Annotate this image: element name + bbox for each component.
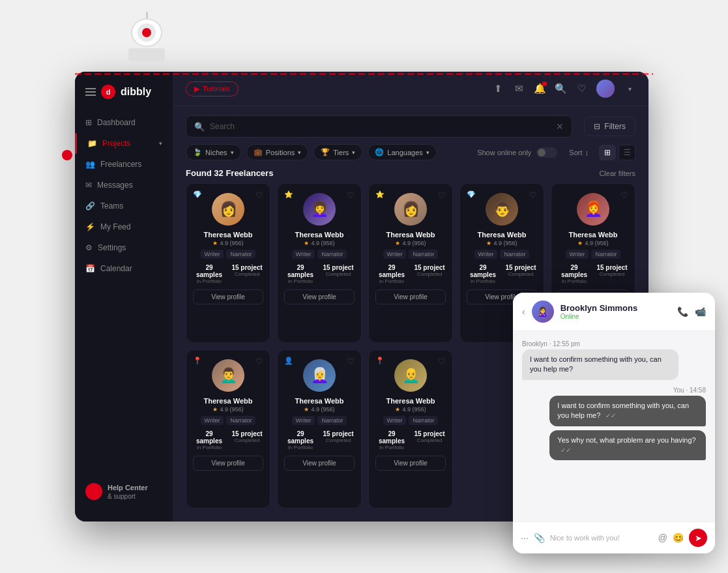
card-tags-5: Writer Narrator xyxy=(566,250,621,259)
chat-send-button[interactable]: ➤ xyxy=(689,529,707,547)
search-topbar-icon[interactable]: 🔍 xyxy=(555,83,566,95)
card-stats-1: 29 samples in Portfolio 15 project Compl… xyxy=(193,264,263,284)
heart-icon[interactable]: ♡ xyxy=(575,83,587,95)
search-clear-icon[interactable]: ✕ xyxy=(556,121,564,132)
search-input[interactable] xyxy=(210,122,551,131)
sidebar-item-settings[interactable]: ⚙ Settings xyxy=(75,237,173,258)
chat-input[interactable] xyxy=(550,534,653,542)
freelancer-card-8: 📍 ♡ 👨‍🦲 Theresa Webb ★ 4.9 (956) Writer … xyxy=(368,349,453,509)
feed-icon: ⚡ xyxy=(85,222,95,231)
view-profile-btn-1[interactable]: View profile xyxy=(193,289,263,304)
bell-icon[interactable]: 🔔 xyxy=(534,83,546,95)
sidebar-item-projects[interactable]: 📁 Projects ▾ xyxy=(75,133,173,154)
card-rating-7: ★ 4.9 (956) xyxy=(304,406,334,413)
search-bar: 🔍 ✕ xyxy=(186,115,572,138)
avatar-1: 👩 xyxy=(212,193,244,226)
badge-4: 💎 xyxy=(467,190,476,199)
filter-chip-niches[interactable]: 🍃 Niches ▾ xyxy=(186,144,241,160)
nav-label: Settings xyxy=(98,243,126,252)
sidebar-item-dashboard[interactable]: ⊞ Dashboard xyxy=(75,112,173,133)
card-stats-8: 29 samples in Portfolio 15 project Compl… xyxy=(375,430,446,450)
help-avatar xyxy=(85,483,102,500)
sidebar-item-teams[interactable]: 🔗 Teams xyxy=(75,196,173,216)
heart-button-3[interactable]: ♡ xyxy=(438,190,446,200)
card-rating-3: ★ 4.9 (956) xyxy=(395,240,426,246)
filter-chip-tiers[interactable]: 🏆 Tiers ▾ xyxy=(313,144,362,160)
sidebar-item-calendar[interactable]: 📅 Calendar xyxy=(75,258,173,279)
chevron-down-user-icon[interactable]: ▾ xyxy=(624,83,635,95)
card-name-2: Theresa Webb xyxy=(295,231,344,239)
chat-message-received: Brooklyn · 12:55 pm I want to confirm so… xyxy=(522,340,706,380)
chat-dots-icon[interactable]: ··· xyxy=(521,533,529,543)
heart-button-7[interactable]: ♡ xyxy=(347,357,355,366)
chat-video-icon[interactable]: 📹 xyxy=(695,306,706,317)
chevron-languages-icon: ▾ xyxy=(426,149,430,156)
clear-filters-button[interactable]: Clear filters xyxy=(599,169,635,177)
people-icon: 👥 xyxy=(85,160,95,169)
sidebar-item-messages[interactable]: ✉ Messages xyxy=(75,175,173,196)
heart-button-5[interactable]: ♡ xyxy=(620,190,628,200)
chat-back-button[interactable]: ‹ xyxy=(522,306,525,317)
chat-at-icon[interactable]: @ xyxy=(658,533,667,543)
nav-label: Dashboard xyxy=(97,118,136,127)
card-rating-2: ★ 4.9 (956) xyxy=(304,240,334,246)
active-indicator xyxy=(75,133,77,154)
nav-label: Freelancers xyxy=(100,160,141,169)
heart-button-4[interactable]: ♡ xyxy=(529,190,537,200)
upload-icon[interactable]: ⬆ xyxy=(492,83,504,95)
view-profile-btn-3[interactable]: View profile xyxy=(375,289,446,304)
heart-button-8[interactable]: ♡ xyxy=(438,357,446,366)
tutorials-button[interactable]: ▶ Tutorials xyxy=(186,81,239,96)
avatar-8: 👨‍🦲 xyxy=(394,359,427,392)
heart-button-1[interactable]: ♡ xyxy=(255,190,263,200)
topbar-icons: ⬆ ✉ 🔔 🔍 ♡ ▾ xyxy=(492,80,635,98)
card-name-6: Theresa Webb xyxy=(204,397,253,405)
view-profile-btn-6[interactable]: View profile xyxy=(193,456,263,471)
heart-button-2[interactable]: ♡ xyxy=(347,190,355,200)
grid-view-button[interactable]: ⊞ xyxy=(599,145,616,160)
results-header: Found 32 Freelancers Clear filters xyxy=(173,160,648,183)
card-rating-5: ★ 4.9 (956) xyxy=(577,240,608,246)
hamburger-icon[interactable] xyxy=(85,88,96,96)
mail-icon[interactable]: ✉ xyxy=(513,83,525,95)
filters-button[interactable]: ⊟ Filters xyxy=(584,117,635,136)
freelancer-card-1: 💎 ♡ 👩 Theresa Webb ★ 4.9 (956) Writer Na… xyxy=(186,183,270,343)
calendar-icon: 📅 xyxy=(85,264,95,273)
help-text: Help Center & support xyxy=(108,483,148,501)
filter-icon: ⊟ xyxy=(594,122,600,131)
filter-chip-positions[interactable]: 💼 Positions ▾ xyxy=(246,144,309,160)
chat-header-icons: 📞 📹 xyxy=(677,306,706,317)
card-tags-8: Writer Narrator xyxy=(383,416,439,425)
card-name-3: Theresa Webb xyxy=(386,231,435,239)
heart-button-6[interactable]: ♡ xyxy=(255,357,263,366)
team-icon: 🔗 xyxy=(85,201,95,211)
card-name-1: Theresa Webb xyxy=(204,231,253,239)
help-center[interactable]: Help Center & support xyxy=(75,475,173,508)
online-only-toggle[interactable] xyxy=(536,147,557,158)
user-avatar[interactable] xyxy=(596,80,615,98)
sort-button[interactable]: Sort ↕ xyxy=(569,149,589,156)
view-profile-btn-2[interactable]: View profile xyxy=(284,289,355,304)
sidebar-item-freelancers[interactable]: 👥 Freelancers xyxy=(75,154,173,175)
view-profile-btn-7[interactable]: View profile xyxy=(284,456,355,471)
tick-icon-2: ✓✓ xyxy=(561,447,571,454)
chat-avatar: 🙎‍♀️ xyxy=(532,301,554,323)
msg-bubble-sent-1: I want to confirm something with you, ca… xyxy=(549,396,706,426)
logo-area: d dibbly xyxy=(75,85,173,112)
badge-3: ⭐ xyxy=(375,190,385,199)
card-rating-4: ★ 4.9 (956) xyxy=(486,240,517,246)
avatar-7: 👩‍🦳 xyxy=(303,359,336,392)
chat-status: Online xyxy=(561,313,671,320)
sort-icon: ↕ xyxy=(585,149,589,156)
chat-attach-icon[interactable]: 📎 xyxy=(534,533,545,543)
decorative-dot-tl xyxy=(62,150,72,160)
robot-head xyxy=(131,18,162,47)
filter-chip-languages[interactable]: 🌐 Languages ▾ xyxy=(368,144,436,160)
view-profile-btn-8[interactable]: View profile xyxy=(375,456,446,471)
chat-phone-icon[interactable]: 📞 xyxy=(677,306,688,317)
sidebar-item-my-feed[interactable]: ⚡ My Feed xyxy=(75,216,173,237)
freelancer-card-2: ⭐ ♡ 👩‍🦱 Theresa Webb ★ 4.9 (956) Writer … xyxy=(277,183,362,343)
list-view-button[interactable]: ☰ xyxy=(619,145,635,160)
chat-username: Brooklyn Simmons xyxy=(561,303,671,313)
chat-emoji-icon[interactable]: 😊 xyxy=(673,533,684,543)
